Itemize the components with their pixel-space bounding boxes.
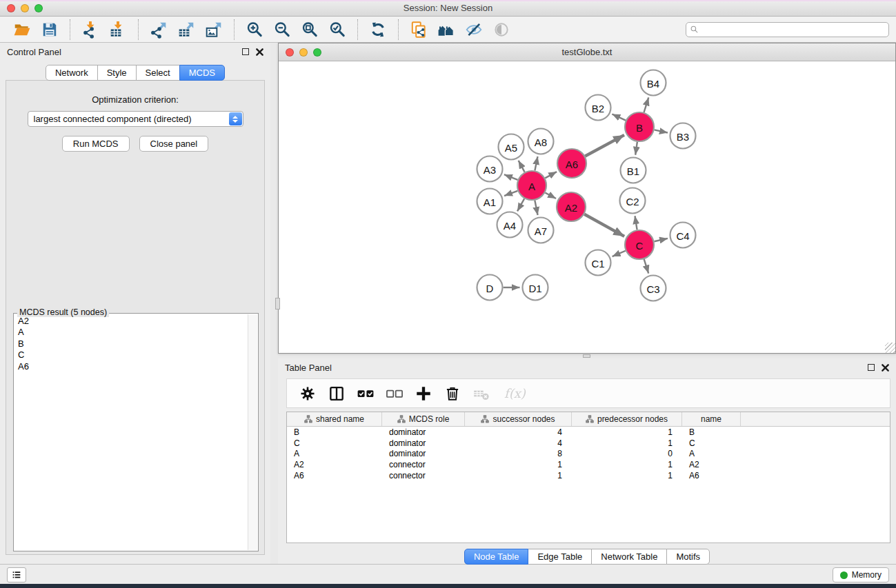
graph-edge-A-A6[interactable] xyxy=(545,172,557,178)
add-column-button[interactable] xyxy=(413,383,434,404)
mcds-result-list[interactable]: A2ABCA6 xyxy=(15,316,247,549)
select-all-columns-button[interactable] xyxy=(355,383,376,404)
graph-node-C1[interactable]: C1 xyxy=(586,250,611,276)
graph-node-A2[interactable]: A2 xyxy=(557,192,586,221)
table-cell[interactable]: 8 xyxy=(465,449,572,458)
graph-node-C2[interactable]: C2 xyxy=(620,188,646,214)
tab-select[interactable]: Select xyxy=(136,65,180,81)
table-cell[interactable]: dominator xyxy=(382,427,465,437)
table-cell[interactable]: 1 xyxy=(572,438,682,448)
table-cell[interactable]: connector xyxy=(382,471,465,480)
graph-edge-A-A7[interactable] xyxy=(535,201,537,215)
table-cell[interactable]: 4 xyxy=(465,438,572,448)
task-history-button[interactable] xyxy=(7,567,26,582)
graph-node-D1[interactable]: D1 xyxy=(523,275,548,301)
mcds-result-item[interactable]: A xyxy=(15,327,247,338)
network-window-titlebar[interactable]: testGlobe.txt xyxy=(279,43,895,61)
table-cell[interactable]: A2 xyxy=(682,460,741,469)
graph-edge-A-A4[interactable] xyxy=(517,199,524,211)
graph-edge-A-A3[interactable] xyxy=(504,174,518,180)
table-cell[interactable]: 1 xyxy=(572,471,682,480)
graph-edge-A-A2[interactable] xyxy=(545,193,556,199)
column-header-name[interactable]: name xyxy=(682,412,741,426)
graph-node-B2[interactable]: B2 xyxy=(586,95,611,121)
table-cell[interactable]: C xyxy=(287,438,382,448)
column-header-predecessor-nodes[interactable]: predecessor nodes xyxy=(572,412,682,426)
window-resize-grip[interactable] xyxy=(885,343,895,353)
graph-edge-C-C3[interactable] xyxy=(644,259,649,274)
float-panel-icon[interactable] xyxy=(242,48,249,55)
close-panel-button[interactable]: Close panel xyxy=(139,136,209,152)
graph-node-A3[interactable]: A3 xyxy=(477,156,503,182)
show-columns-button[interactable] xyxy=(326,383,347,404)
hide-selected-button[interactable] xyxy=(464,19,484,40)
tab-node-table[interactable]: Node Table xyxy=(464,549,529,565)
import-network-button[interactable] xyxy=(80,19,101,40)
graph-edge-B-B4[interactable] xyxy=(644,97,649,112)
zoom-fit-button[interactable] xyxy=(299,19,320,40)
table-cell[interactable]: A6 xyxy=(682,471,741,480)
table-cell[interactable]: B xyxy=(682,427,741,437)
tab-motifs[interactable]: Motifs xyxy=(666,549,710,565)
mcds-result-item[interactable]: C xyxy=(15,349,247,361)
zoom-in-button[interactable] xyxy=(244,19,265,40)
export-table-button[interactable] xyxy=(176,19,197,40)
import-table-button[interactable] xyxy=(108,19,128,40)
graph-edge-C-C1[interactable] xyxy=(613,251,626,256)
table-row[interactable]: Adominator80A xyxy=(287,449,890,460)
first-neighbors-button[interactable] xyxy=(436,19,457,40)
table-cell[interactable]: 1 xyxy=(572,427,682,437)
tab-mcds[interactable]: MCDS xyxy=(179,65,225,81)
new-network-from-selection-button[interactable] xyxy=(408,19,429,40)
graph-node-B4[interactable]: B4 xyxy=(641,70,666,96)
zoom-out-button[interactable] xyxy=(272,19,292,40)
float-table-panel-icon[interactable] xyxy=(868,364,875,371)
table-row[interactable]: A6connector11A6 xyxy=(287,470,890,481)
table-cell[interactable]: A6 xyxy=(287,471,382,480)
table-cell[interactable]: C xyxy=(682,438,741,448)
table-cell[interactable]: dominator xyxy=(382,449,465,458)
table-cell[interactable]: dominator xyxy=(382,438,465,448)
graph-node-B1[interactable]: B1 xyxy=(621,158,646,183)
export-network-button[interactable] xyxy=(148,19,169,40)
table-cell[interactable]: connector xyxy=(382,460,465,469)
run-mcds-button[interactable]: Run MCDS xyxy=(62,136,130,152)
search-box[interactable] xyxy=(686,22,889,37)
close-panel-icon[interactable] xyxy=(256,48,263,56)
graph-edge-A6-B[interactable] xyxy=(585,135,624,156)
graph-edge-A-A1[interactable] xyxy=(504,191,517,196)
graph-edge-B-B3[interactable] xyxy=(655,130,668,132)
close-table-panel-icon[interactable] xyxy=(882,364,889,372)
graph-node-B3[interactable]: B3 xyxy=(670,123,696,149)
mcds-result-item[interactable]: A2 xyxy=(15,316,247,327)
table-row[interactable]: A2connector11A2 xyxy=(287,459,890,470)
table-cell[interactable]: 0 xyxy=(572,449,682,458)
table-cell[interactable]: 4 xyxy=(465,427,572,437)
graph-edge-A2-C[interactable] xyxy=(584,214,624,236)
graph-node-C[interactable]: C xyxy=(625,230,654,259)
graph-node-A5[interactable]: A5 xyxy=(499,134,524,160)
graph-node-D[interactable]: D xyxy=(477,275,503,301)
graph-edge-C-C2[interactable] xyxy=(635,216,637,230)
apply-layout-button[interactable] xyxy=(368,19,388,40)
export-image-button[interactable] xyxy=(203,19,224,40)
delete-columns-button[interactable] xyxy=(442,383,463,404)
graph-node-C4[interactable]: C4 xyxy=(670,223,696,248)
graph-edge-A-A5[interactable] xyxy=(519,161,525,172)
search-input[interactable] xyxy=(699,23,888,36)
deselect-all-columns-button[interactable] xyxy=(384,383,405,404)
memory-button[interactable]: Memory xyxy=(833,567,889,582)
table-cell[interactable]: A xyxy=(682,449,741,458)
horizontal-split-handle[interactable] xyxy=(583,354,590,358)
graph-edge-A-A8[interactable] xyxy=(535,156,537,170)
optimization-criterion-select[interactable]: largest connected component (directed) xyxy=(28,111,243,127)
mcds-result-scrollbar[interactable] xyxy=(248,314,257,550)
graph-edge-C-C4[interactable] xyxy=(654,239,668,241)
table-settings-button[interactable] xyxy=(297,383,318,404)
graph-node-A1[interactable]: A1 xyxy=(477,189,503,214)
table-cell[interactable]: 1 xyxy=(465,460,572,469)
save-session-button[interactable] xyxy=(39,19,60,40)
graph-edge-B-B1[interactable] xyxy=(635,142,637,155)
column-header-shared-name[interactable]: shared name xyxy=(287,412,382,426)
tab-network[interactable]: Network xyxy=(46,65,98,81)
